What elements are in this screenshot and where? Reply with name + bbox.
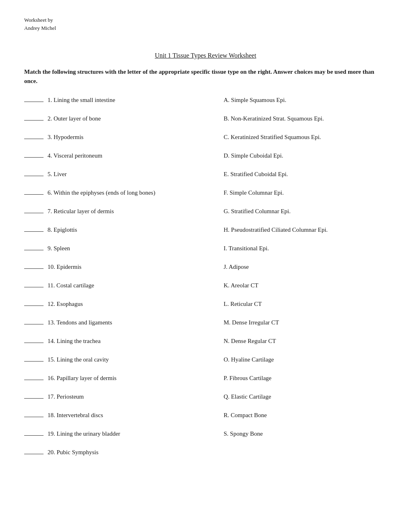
answer-row: L. Reticular CT bbox=[224, 301, 387, 312]
title-section: Unit 1 Tissue Types Review Worksheet bbox=[24, 52, 387, 59]
answer-blank[interactable] bbox=[24, 213, 44, 213]
answer-blank[interactable] bbox=[24, 305, 44, 306]
question-text: 13. Tendons and ligaments bbox=[48, 319, 112, 326]
answer-blank[interactable] bbox=[24, 435, 44, 436]
question-row: 9. Spleen bbox=[24, 245, 216, 256]
question-text: 11. Costal cartilage bbox=[48, 282, 94, 289]
question-text: 4. Visceral peritoneum bbox=[48, 152, 102, 159]
answer-row: F. Simple Columnar Epi. bbox=[224, 189, 387, 201]
answer-row: Q. Elastic Cartilage bbox=[224, 393, 387, 405]
answer-blank[interactable] bbox=[24, 398, 44, 399]
answer-row: H. Pseudostratified Ciliated Columnar Ep… bbox=[224, 227, 387, 238]
instructions: Match the following structures with the … bbox=[24, 67, 387, 85]
answer-row: P. Fibrous Cartilage bbox=[224, 375, 387, 386]
answer-row: J. Adipose bbox=[224, 264, 387, 275]
worksheet-by-label: Worksheet by bbox=[24, 16, 387, 24]
question-row: 7. Reticular layer of dermis bbox=[24, 208, 216, 219]
question-text: 3. Hypodermis bbox=[48, 134, 83, 141]
answer-choice-text: N. Dense Regular CT bbox=[224, 338, 276, 345]
question-text: 18. Intervertebral discs bbox=[48, 412, 103, 419]
answer-blank[interactable] bbox=[24, 139, 44, 139]
answer-choice-text: K. Areolar CT bbox=[224, 282, 258, 289]
content-area: 1. Lining the small intestine2. Outer la… bbox=[24, 97, 387, 468]
answer-blank[interactable] bbox=[24, 194, 44, 195]
answer-choice-text: M. Dense Irregular CT bbox=[224, 319, 279, 326]
answer-blank[interactable] bbox=[24, 176, 44, 176]
question-text: 17. Periosteum bbox=[48, 393, 84, 400]
question-text: 1. Lining the small intestine bbox=[48, 97, 115, 104]
question-text: 6. Within the epiphyses (ends of long bo… bbox=[48, 189, 155, 196]
question-row: 10. Epidermis bbox=[24, 264, 216, 275]
question-row: 3. Hypodermis bbox=[24, 134, 216, 145]
question-row: 15. Lining the oral cavity bbox=[24, 356, 216, 368]
question-text: 12. Esophagus bbox=[48, 301, 83, 308]
answer-blank[interactable] bbox=[24, 380, 44, 380]
answer-choice-text: I. Transitional Epi. bbox=[224, 245, 269, 252]
answer-choice-text: S. Spongy Bone bbox=[224, 430, 263, 437]
answer-row: B. Non-Keratinized Strat. Squamous Epi. bbox=[224, 115, 387, 127]
answer-choice-text: H. Pseudostratified Ciliated Columnar Ep… bbox=[224, 227, 328, 233]
answer-row: O. Hyaline Cartilage bbox=[224, 356, 387, 368]
question-text: 20. Pubic Symphysis bbox=[48, 449, 98, 456]
question-text: 19. Lining the urinary bladder bbox=[48, 430, 120, 437]
answer-choice-text: D. Simple Cuboidal Epi. bbox=[224, 152, 283, 159]
answer-blank[interactable] bbox=[24, 287, 44, 287]
answer-row: I. Transitional Epi. bbox=[224, 245, 387, 256]
answer-row: E. Stratified Cuboidal Epi. bbox=[224, 171, 387, 182]
question-text: 7. Reticular layer of dermis bbox=[48, 208, 114, 215]
answer-blank[interactable] bbox=[24, 250, 44, 250]
answer-choice-text: J. Adipose bbox=[224, 264, 249, 270]
question-row: 6. Within the epiphyses (ends of long bo… bbox=[24, 189, 216, 201]
question-text: 15. Lining the oral cavity bbox=[48, 356, 109, 363]
answer-blank[interactable] bbox=[24, 120, 44, 121]
answer-choice-text: A. Simple Squamous Epi. bbox=[224, 97, 286, 104]
answer-blank[interactable] bbox=[24, 268, 44, 269]
question-row: 4. Visceral peritoneum bbox=[24, 152, 216, 164]
answer-row: R. Compact Bone bbox=[224, 412, 387, 423]
question-row: 19. Lining the urinary bladder bbox=[24, 430, 216, 442]
answer-choice-text: F. Simple Columnar Epi. bbox=[224, 189, 284, 196]
answer-row: G. Stratified Columnar Epi. bbox=[224, 208, 387, 219]
answer-row: N. Dense Regular CT bbox=[224, 338, 387, 349]
worksheet-attribution: Worksheet by Andrey Michel bbox=[24, 16, 387, 32]
answer-choice-text: G. Stratified Columnar Epi. bbox=[224, 208, 291, 215]
answer-choice-text: B. Non-Keratinized Strat. Squamous Epi. bbox=[224, 115, 324, 122]
answer-choice-text: L. Reticular CT bbox=[224, 301, 262, 308]
question-text: 2. Outer layer of bone bbox=[48, 115, 101, 122]
answer-choice-text: E. Stratified Cuboidal Epi. bbox=[224, 171, 288, 178]
answer-row: M. Dense Irregular CT bbox=[224, 319, 387, 330]
question-row: 11. Costal cartilage bbox=[24, 282, 216, 293]
question-row: 14. Lining the trachea bbox=[24, 338, 216, 349]
question-text: 14. Lining the trachea bbox=[48, 338, 101, 345]
question-text: 9. Spleen bbox=[48, 245, 70, 252]
answer-blank[interactable] bbox=[24, 454, 44, 454]
question-text: 8. Epiglottis bbox=[48, 227, 77, 233]
answer-blank[interactable] bbox=[24, 324, 44, 324]
answer-blank[interactable] bbox=[24, 231, 44, 232]
question-row: 5. Liver bbox=[24, 171, 216, 182]
question-text: 16. Papillary layer of dermis bbox=[48, 375, 116, 382]
question-row: 17. Periosteum bbox=[24, 393, 216, 405]
questions-column: 1. Lining the small intestine2. Outer la… bbox=[24, 97, 224, 468]
question-row: 12. Esophagus bbox=[24, 301, 216, 312]
answer-row: C. Keratinized Stratified Squamous Epi. bbox=[224, 134, 387, 145]
answer-row: D. Simple Cuboidal Epi. bbox=[224, 152, 387, 164]
answer-blank[interactable] bbox=[24, 361, 44, 362]
answers-column: A. Simple Squamous Epi.B. Non-Keratinize… bbox=[224, 97, 387, 468]
answer-choice-text: O. Hyaline Cartilage bbox=[224, 356, 274, 363]
answer-blank[interactable] bbox=[24, 157, 44, 158]
answer-blank[interactable] bbox=[24, 343, 44, 343]
answer-blank[interactable] bbox=[24, 102, 44, 102]
answer-choice-text: C. Keratinized Stratified Squamous Epi. bbox=[224, 134, 321, 141]
question-row: 20. Pubic Symphysis bbox=[24, 449, 216, 460]
answer-choice-text: R. Compact Bone bbox=[224, 412, 267, 419]
question-row: 18. Intervertebral discs bbox=[24, 412, 216, 423]
question-row: 1. Lining the small intestine bbox=[24, 97, 216, 108]
answer-row: A. Simple Squamous Epi. bbox=[224, 97, 387, 108]
answer-blank[interactable] bbox=[24, 417, 44, 417]
question-row: 2. Outer layer of bone bbox=[24, 115, 216, 127]
question-row: 16. Papillary layer of dermis bbox=[24, 375, 216, 386]
answer-choice-text: P. Fibrous Cartilage bbox=[224, 375, 272, 382]
answer-row: K. Areolar CT bbox=[224, 282, 387, 293]
question-text: 5. Liver bbox=[48, 171, 66, 178]
